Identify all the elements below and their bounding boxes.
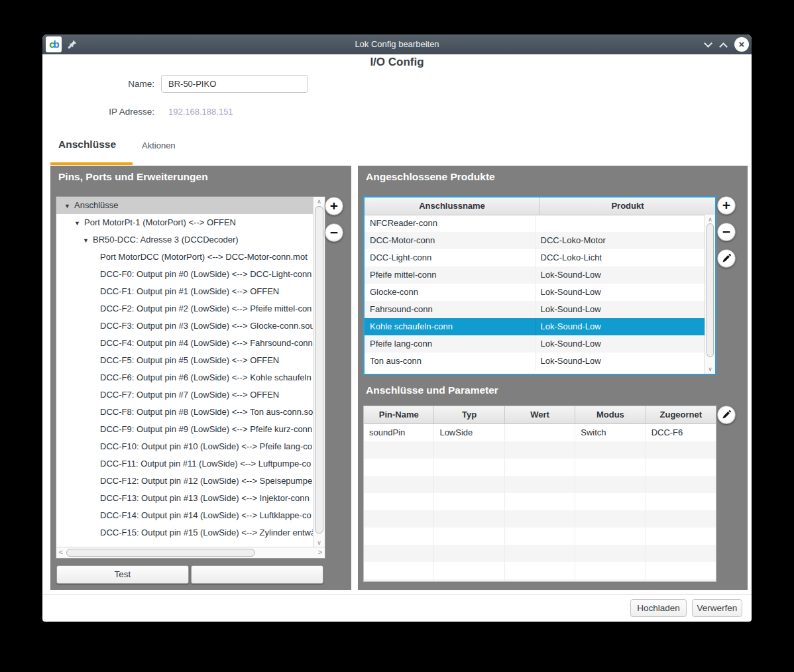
- shade-chevron-down-icon[interactable]: [705, 41, 711, 48]
- unlabeled-button[interactable]: [191, 565, 323, 584]
- scrollbar-thumb[interactable]: [315, 206, 323, 533]
- table-row: [364, 459, 716, 476]
- maximize-chevron-up-icon[interactable]: [720, 41, 726, 48]
- params-table-header: Pin-Name Typ Wert Modus Zugeornet: [364, 406, 716, 424]
- table-row[interactable]: DCC-Light-connDCC-Loko-Licht: [365, 249, 705, 266]
- window-title: Lok Config bearbeiten: [42, 34, 752, 54]
- discard-button[interactable]: Verwerfen: [692, 599, 742, 617]
- ip-label: IP Adresse:: [68, 107, 154, 117]
- column-header: Modus: [575, 406, 646, 423]
- pencil-icon: [722, 410, 731, 420]
- tree-horizontal-scrollbar[interactable]: < >: [56, 547, 325, 558]
- table-row[interactable]: Fahrsound-connLok-Sound-Low: [365, 301, 705, 318]
- name-input[interactable]: [161, 75, 308, 93]
- upload-button[interactable]: Hochladen: [630, 599, 687, 617]
- scroll-up-icon[interactable]: ∧: [313, 197, 325, 205]
- table-row: [364, 545, 716, 562]
- scroll-left-icon[interactable]: <: [56, 547, 66, 558]
- scrollbar-thumb[interactable]: [707, 223, 714, 357]
- test-button[interactable]: Test: [56, 565, 189, 584]
- table-row[interactable]: Ton aus-connLok-Sound-Low: [365, 353, 705, 370]
- table-row: [364, 528, 716, 545]
- pins-ports-panel: Pins, Ports und Erweiterungen ▼Anschlüss…: [50, 166, 351, 590]
- tree-add-button[interactable]: +: [325, 197, 343, 215]
- table-row[interactable]: Pfeife mittel-connLok-Sound-Low: [365, 266, 705, 284]
- products-table: Anschlussname Produkt NFCReader-conn DCC…: [363, 196, 716, 375]
- table-row: [364, 579, 716, 582]
- column-header: Anschlussname: [365, 197, 540, 215]
- tree-row[interactable]: DCC-F9: Output pin #9 (LowSide) <--> Pfe…: [56, 421, 313, 438]
- table-row-selected[interactable]: Kohle schaufeln-connLok-Sound-Low: [365, 318, 705, 335]
- footer-divider: [42, 594, 752, 595]
- table-row: [364, 493, 716, 510]
- table-row: [364, 562, 716, 579]
- active-tab-underline: [50, 162, 133, 165]
- tree-row[interactable]: DCC-F13: Output pin #13 (LowSide) <--> I…: [56, 490, 313, 507]
- ip-value: 192.168.188.151: [168, 107, 233, 117]
- column-header: Typ: [434, 406, 504, 423]
- products-title: Angeschlossene Produkte: [366, 171, 495, 183]
- table-row[interactable]: DCC-Motor-connDCC-Loko-Motor: [365, 232, 705, 249]
- expand-arrow-icon[interactable]: ▼: [74, 215, 84, 231]
- products-table-header: Anschlussname Produkt: [365, 197, 715, 215]
- connections-tree: ▼Anschlüsse ▼Port MotorPt-1 (MotorPort) …: [56, 196, 325, 559]
- table-row[interactable]: NFCReader-conn: [365, 215, 705, 232]
- product-remove-button[interactable]: −: [717, 223, 736, 241]
- expand-arrow-icon[interactable]: ▼: [64, 197, 74, 214]
- titlebar: cb Lok Config bearbeiten ×: [42, 34, 752, 54]
- pencil-icon: [722, 254, 731, 263]
- table-row: [364, 476, 716, 493]
- table-row[interactable]: soundPin LowSide Switch DCC-F6: [364, 424, 716, 441]
- tree-row[interactable]: DCC-F0: Output pin #0 (LowSide) <--> DCC…: [56, 266, 313, 283]
- tree-row[interactable]: DCC-F4: Output pin #4 (LowSide) <--> Fah…: [56, 335, 313, 352]
- tree-row[interactable]: ▼BR50-DCC: Adresse 3 (DCCDecoder): [56, 231, 313, 249]
- column-header: Produkt: [540, 197, 715, 215]
- table-row: [364, 441, 716, 459]
- product-add-button[interactable]: +: [717, 196, 736, 215]
- tree-row[interactable]: DCC-F6: Output pin #6 (LowSide) <--> Koh…: [56, 369, 313, 386]
- tree-row[interactable]: ▼Anschlüsse: [56, 197, 313, 214]
- tree-vertical-scrollbar[interactable]: ∧ ∨: [313, 197, 325, 547]
- page-title: I/O Config: [42, 56, 752, 69]
- close-icon[interactable]: ×: [734, 37, 749, 52]
- scroll-down-icon[interactable]: ∨: [705, 365, 715, 373]
- products-panel: Angeschlossene Produkte Anschlussname Pr…: [358, 166, 748, 590]
- tab-anschluesse[interactable]: Anschlüsse: [58, 139, 116, 150]
- column-header: Wert: [505, 406, 575, 423]
- product-edit-button[interactable]: [717, 249, 736, 268]
- column-header: Zugeornet: [646, 406, 716, 423]
- tree-remove-button[interactable]: −: [325, 223, 343, 242]
- tree-row[interactable]: ▼Port MotorPt-1 (MotorPort) <--> OFFEN: [56, 214, 313, 231]
- pins-ports-title: Pins, Ports und Erweiterungen: [58, 171, 208, 183]
- tree-row[interactable]: DCC-F10: Output pin #10 (LowSide) <--> P…: [56, 438, 313, 455]
- expand-arrow-icon[interactable]: ▼: [83, 232, 93, 249]
- table-row: [364, 510, 716, 528]
- tree-row[interactable]: DCC-F5: Output pin #5 (LowSide) <--> OFF…: [56, 352, 313, 369]
- tree-row[interactable]: DCC-F15: Output pin #15 (LowSide) <--> Z…: [56, 524, 313, 541]
- params-title: Anschlüsse und Parameter: [366, 384, 498, 396]
- tree-row[interactable]: DCC-F8: Output pin #8 (LowSide) <--> Ton…: [56, 404, 313, 421]
- tab-aktionen[interactable]: Aktionen: [142, 140, 176, 150]
- products-vertical-scrollbar[interactable]: ∧ ∨: [705, 215, 715, 374]
- tree-row[interactable]: DCC-F14: Output pin #14 (LowSide) <--> L…: [56, 507, 313, 524]
- tree-row[interactable]: DCC-F3: Output pin #3 (LowSide) <--> Glo…: [56, 317, 313, 335]
- params-table: Pin-Name Typ Wert Modus Zugeornet soundP…: [363, 406, 716, 582]
- tree-row[interactable]: DCC-F7: Output pin #7 (LowSide) <--> OFF…: [56, 386, 313, 404]
- tree-row[interactable]: DCC-F2: Output pin #2 (LowSide) <--> Pfe…: [56, 300, 313, 317]
- scroll-right-icon[interactable]: >: [315, 547, 325, 558]
- lok-config-window: cb Lok Config bearbeiten × I/O Config Na…: [42, 34, 752, 622]
- table-row[interactable]: Pfeife lang-connLok-Sound-Low: [365, 335, 705, 353]
- scroll-up-icon[interactable]: ∧: [705, 215, 715, 223]
- param-edit-button[interactable]: [717, 406, 736, 424]
- tree-row[interactable]: Port MotorDCC (MotorPort) <--> DCC-Motor…: [56, 249, 313, 266]
- scroll-down-icon[interactable]: ∨: [313, 539, 325, 547]
- tree-row[interactable]: DCC-F11: Output pin #11 (LowSide) <--> L…: [56, 455, 313, 473]
- column-header: Pin-Name: [364, 406, 434, 423]
- name-label: Name:: [68, 79, 154, 89]
- scrollbar-thumb[interactable]: [66, 549, 255, 557]
- table-row[interactable]: Glocke-connLok-Sound-Low: [365, 284, 705, 301]
- tree-row[interactable]: DCC-F12: Output pin #12 (LowSide) <--> S…: [56, 473, 313, 490]
- tree-row[interactable]: DCC-F1: Output pin #1 (LowSide) <--> OFF…: [56, 283, 313, 300]
